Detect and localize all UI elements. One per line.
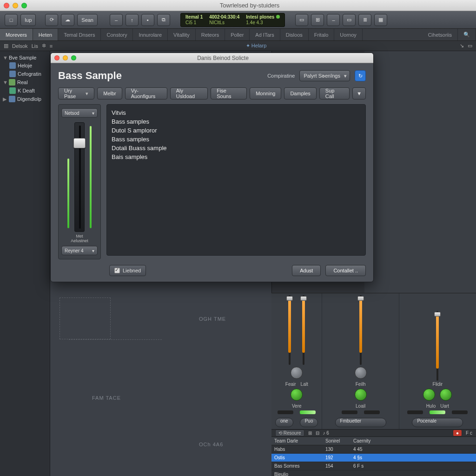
fader[interactable]	[301, 295, 306, 365]
table-row[interactable]: Ostis1924 §s	[271, 454, 476, 462]
dialog-minimize-icon[interactable]	[63, 55, 68, 60]
record-icon[interactable]: ●	[453, 430, 462, 436]
channel-strip[interactable]: Feilh Loail Fmbuetter	[322, 293, 399, 429]
contact-button[interactable]: Contallet ..	[325, 265, 366, 276]
send-knob[interactable]	[423, 389, 435, 401]
status-icon[interactable]: ⊟	[316, 430, 319, 436]
subbar-icon[interactable]: ↘	[460, 43, 464, 49]
list-item[interactable]: Bass samples	[112, 117, 361, 126]
adjust-button[interactable]: Adust	[292, 265, 321, 276]
dialog-tab[interactable]: Damples	[284, 87, 316, 99]
main-tab[interactable]: Uornoy	[334, 29, 362, 40]
dialog-close-icon[interactable]	[54, 55, 60, 60]
tree-item[interactable]: Cefogratin	[2, 70, 48, 78]
enabled-checkbox[interactable]: Liebned	[109, 265, 146, 276]
dialog-tab[interactable]: Sup Call	[319, 87, 350, 99]
disclosure-triangle-icon[interactable]: ▼	[3, 55, 7, 60]
send-knob[interactable]	[355, 389, 367, 401]
toolbar-button[interactable]: ☁	[61, 14, 74, 26]
list-item[interactable]: Dotali Buass sample	[112, 144, 361, 152]
channel-strip[interactable]: FeairLalt Vere onePuo	[271, 293, 322, 429]
table-row[interactable]: Bas Somres1546 F s	[271, 462, 476, 470]
status-item[interactable]: ⟲ Resoure	[275, 430, 304, 436]
channel-strip[interactable]: Flidir HuloUart Pocenale	[399, 293, 476, 429]
channel-dropdown[interactable]: Netsod	[61, 108, 98, 118]
main-tab[interactable]: Disloos	[280, 29, 309, 40]
toolbar-button[interactable]: ▦	[374, 14, 387, 26]
strip-button[interactable]: Fmbuetter	[335, 418, 386, 427]
fader-knob-icon[interactable]	[73, 138, 86, 148]
list-item[interactable]: Dutol S amploror	[112, 126, 361, 135]
main-tab[interactable]: Cihetsoriis	[423, 29, 458, 40]
refresh-button[interactable]: ↻	[355, 70, 366, 81]
toolbar-button[interactable]: Iup	[20, 14, 36, 26]
library-icon[interactable]: ▥	[4, 43, 8, 49]
dialog-tab[interactable]: Monning	[250, 87, 281, 99]
toolbar-button[interactable]: ⟳	[45, 14, 58, 26]
dialog-tab[interactable]: Vy-Auonfigurs	[125, 87, 167, 99]
toolbar-button[interactable]: ▪	[141, 14, 154, 26]
disclosure-triangle-icon[interactable]: ▼	[3, 79, 7, 85]
sample-list[interactable]: Vitvis Bass samples Dutol S amploror Bas…	[106, 104, 366, 256]
main-tab[interactable]: Temal Dnsers	[58, 29, 101, 40]
pan-knob[interactable]	[291, 367, 303, 379]
tree-item[interactable]: K Deaft	[2, 86, 48, 95]
tree-item[interactable]: Heloje	[2, 61, 48, 70]
table-row[interactable]: Habs1304 45	[271, 445, 476, 454]
tree-item[interactable]: ▼Real	[2, 78, 48, 86]
dialog-zoom-icon[interactable]	[71, 55, 76, 60]
subbar-icon[interactable]: ▭	[468, 43, 472, 49]
col-header[interactable]: Team Darle	[271, 437, 323, 445]
channel-dropdown[interactable]: Reyner 4	[61, 246, 98, 255]
strip-button[interactable]: Pocenale	[412, 418, 463, 427]
list-item[interactable]: Vitvis	[112, 108, 361, 117]
col-header[interactable]: Sonirel	[323, 437, 350, 445]
toolbar-button[interactable]: □	[5, 14, 18, 26]
region-block[interactable]	[60, 298, 111, 339]
dialog-tab[interactable]: Aly Usldoad	[170, 87, 208, 99]
settings-dropdown[interactable]: Palyrt Səenîngs	[299, 70, 350, 81]
col-header[interactable]: Caernity	[350, 437, 476, 445]
list-item[interactable]: Bass samples	[112, 135, 361, 144]
status-icon[interactable]: ⊞	[308, 430, 312, 436]
fader[interactable]	[435, 311, 440, 381]
main-tab[interactable]: Innurolare	[133, 29, 168, 40]
strip-button[interactable]: one	[275, 418, 293, 427]
toolbar-button[interactable]: –	[327, 14, 340, 26]
toolbar-button[interactable]: ↑	[126, 14, 139, 26]
zoom-window-icon[interactable]	[21, 3, 27, 8]
main-tab[interactable]: Poller	[225, 29, 250, 40]
fader[interactable]	[358, 295, 364, 365]
toolbar-button[interactable]: ≣	[358, 14, 371, 26]
dialog-tab[interactable]: Fise Souns	[211, 87, 247, 99]
subbar-icon[interactable]: ≡	[50, 43, 53, 49]
search-icon[interactable]: 🔍	[458, 29, 476, 40]
list-item[interactable]: Bais samples	[112, 152, 361, 161]
sub-label[interactable]: Lis	[32, 43, 38, 49]
main-tab[interactable]: Constory	[101, 29, 133, 40]
volume-fader[interactable]	[70, 122, 89, 232]
send-knob[interactable]	[291, 389, 303, 401]
toolbar-button[interactable]: –	[110, 14, 123, 26]
main-tab[interactable]: Heten	[33, 29, 58, 40]
main-tab[interactable]: Ad ITars	[250, 29, 280, 40]
subbar-icon[interactable]: ✲	[42, 43, 46, 49]
fader[interactable]	[287, 295, 292, 365]
strip-button[interactable]: Puo	[300, 418, 318, 427]
dialog-tab[interactable]: Ury Pase	[58, 87, 94, 99]
main-tab[interactable]: Morevers	[0, 29, 33, 40]
pan-knob[interactable]	[355, 367, 367, 379]
toolbar-button[interactable]: ⊞	[311, 14, 324, 26]
toolbar-button[interactable]: ▭	[295, 14, 308, 26]
toolbar-button[interactable]: ⧉	[157, 14, 170, 26]
dialog-tab[interactable]: Melbr	[97, 87, 122, 99]
close-window-icon[interactable]	[4, 3, 9, 8]
table-row[interactable]: Bleulio	[271, 470, 476, 476]
main-tab[interactable]: Fritalo	[309, 29, 335, 40]
toolbar-button[interactable]: ▭	[343, 14, 356, 26]
disclosure-triangle-icon[interactable]: ▶	[3, 96, 7, 102]
tree-item[interactable]: ▼Bve Sample	[2, 54, 48, 61]
dialog-tab-more[interactable]: ▼	[352, 87, 366, 99]
toolbar-button[interactable]: Sean	[77, 14, 98, 26]
minimize-window-icon[interactable]	[13, 3, 18, 8]
